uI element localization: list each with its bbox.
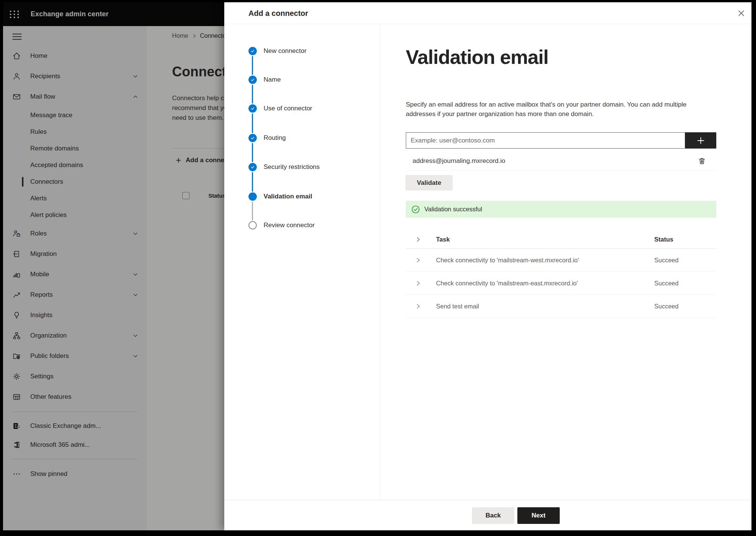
step-label: Security restrictions (264, 163, 320, 171)
expand-chevron-icon[interactable] (415, 236, 421, 243)
status-column-header: Status (654, 236, 716, 243)
task-cell: Check connectivity to 'mailstream-west.m… (436, 257, 654, 264)
step-label: Validation email (264, 192, 312, 201)
dialog-footer: Back Next (224, 500, 751, 530)
close-icon (738, 10, 745, 17)
back-button[interactable]: Back (472, 507, 514, 524)
step-connector-line (252, 143, 253, 162)
step-label: Routing (264, 134, 286, 142)
validate-button[interactable]: Validate (405, 175, 453, 191)
task-cell: Send test email (436, 303, 654, 310)
step-complete-icon (248, 104, 257, 113)
step-complete-icon (248, 76, 257, 84)
added-address: address@journaling.mxrecord.io (413, 157, 505, 165)
next-button[interactable]: Next (517, 507, 560, 524)
table-row[interactable]: Send test email Succeed (406, 295, 716, 318)
step-connector-line (252, 201, 253, 220)
added-address-row: address@journaling.mxrecord.io (406, 152, 716, 170)
step-label: New connector (264, 47, 306, 55)
dialog-title: Add a connector (248, 2, 308, 24)
step-todo-icon (248, 221, 257, 229)
task-column-header: Task (436, 236, 654, 243)
task-cell: Check connectivity to 'mailstream-east.m… (436, 280, 654, 287)
table-row[interactable]: Check connectivity to 'mailstream-east.m… (406, 272, 716, 295)
step-connector-line (252, 85, 253, 104)
add-connector-dialog: Add a connector New connector Name (224, 2, 751, 530)
step-connector-line (252, 172, 253, 192)
trash-icon[interactable] (698, 157, 706, 165)
validation-success-banner: Validation successful (406, 201, 716, 218)
close-button[interactable] (736, 8, 747, 19)
email-entry-row (406, 132, 716, 149)
step-connector-line (252, 56, 253, 75)
expand-chevron-icon[interactable] (415, 257, 421, 263)
expand-chevron-icon[interactable] (415, 303, 421, 310)
step-label: Review connector (264, 221, 315, 229)
add-email-button[interactable] (685, 132, 716, 149)
validation-task-table: Task Status Check connectivity to 'mails… (406, 230, 716, 318)
dialog-header: Add a connector (224, 2, 751, 24)
table-row[interactable]: Check connectivity to 'mailstream-west.m… (406, 249, 716, 272)
expand-chevron-icon[interactable] (415, 280, 421, 287)
email-input[interactable] (406, 132, 685, 149)
step-page-title: Validation email (406, 46, 548, 68)
step-complete-icon (248, 163, 257, 171)
status-cell: Succeed (654, 257, 716, 264)
step-description: Specify an email address for an active m… (406, 100, 708, 119)
step-connector-line (252, 113, 253, 133)
wizard-steps: New connector Name Use of connector Rout… (224, 24, 380, 500)
app-window: Exchange admin center Home Recipients Ma… (3, 2, 751, 530)
step-complete-icon (248, 134, 257, 142)
plus-icon (696, 136, 706, 146)
step-complete-icon (248, 47, 257, 55)
step-label: Use of connector (264, 104, 312, 113)
status-cell: Succeed (654, 280, 716, 287)
success-check-icon (411, 205, 420, 214)
status-cell: Succeed (654, 303, 716, 310)
success-message: Validation successful (424, 206, 482, 213)
step-label: Name (264, 76, 281, 84)
table-header-row: Task Status (406, 230, 716, 249)
step-active-icon (248, 192, 257, 201)
